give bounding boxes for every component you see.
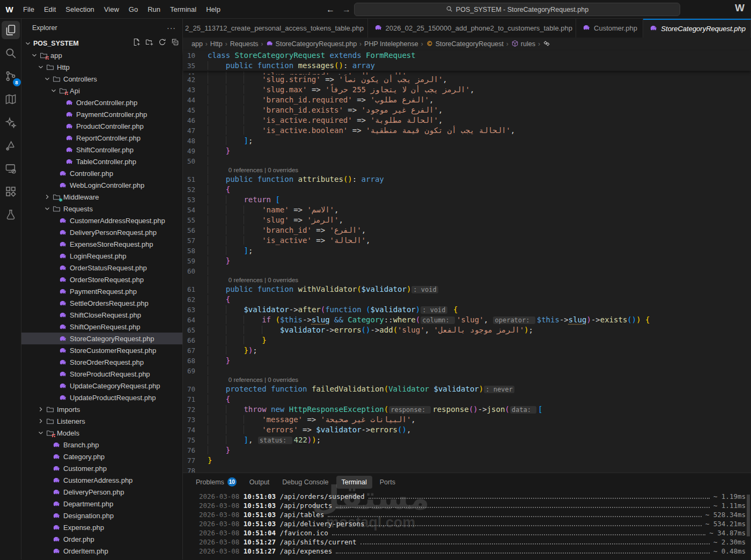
breadcrumb-item-http[interactable]: Http (210, 40, 223, 48)
search-icon[interactable] (2, 44, 20, 62)
tree-file-category-php[interactable]: Category.php (21, 451, 182, 462)
breadcrumb-item-symbol[interactable] (543, 40, 550, 49)
tree-file-department-php[interactable]: Department.php (21, 498, 182, 510)
tree-file-settleordersrequest-php[interactable]: SettleOrdersRequest.php (21, 297, 182, 309)
tree-file-order-php[interactable]: Order.php (21, 533, 182, 545)
php-file-icon (583, 24, 591, 33)
forward-arrow-icon[interactable]: → (342, 5, 351, 14)
panel-tab-problems[interactable]: Problems10 (190, 475, 242, 489)
tree-item-label: OrderStatusRequest.php (70, 264, 147, 272)
panel-tab-terminal[interactable]: Terminal (336, 476, 372, 489)
explorer-more-actions-icon[interactable]: ··· (167, 24, 176, 32)
breadcrumb-item-php-intelephense[interactable]: PHP Intelephense (364, 40, 418, 48)
tree-file-branch-php[interactable]: Branch.php (21, 439, 182, 451)
menu-edit[interactable]: Edit (39, 0, 61, 19)
tree-file-updatecategoryrequest-php[interactable]: UpdateCategoryRequest.php (21, 380, 182, 392)
tree-file-controller-php[interactable]: Controller.php (21, 167, 182, 179)
panel-tab-debug-console[interactable]: Debug Console (277, 476, 334, 489)
tab-2026_02_25_150000_add_phone2_to_customers_table-php[interactable]: 2026_02_25_150000_add_phone2_to_customer… (368, 19, 576, 38)
extensions-icon[interactable] (2, 182, 20, 201)
panel-tab-label: Debug Console (282, 478, 328, 486)
tree-file-customeraddressrequest-php[interactable]: CustomerAddressRequest.php (21, 215, 182, 226)
panel-tab-output[interactable]: Output (244, 476, 275, 489)
tree-folder-app[interactable]: app (21, 49, 182, 61)
tab-customer-php[interactable]: Customer.php (576, 19, 643, 38)
back-arrow-icon[interactable]: ← (326, 5, 335, 14)
token-b1: ( (275, 315, 279, 324)
tree-file-deliveryperson-php[interactable]: DeliveryPerson.php (21, 486, 182, 498)
breadcrumb[interactable]: app›Http›Requests›StoreCategoryRequest.p… (183, 38, 751, 50)
tree-file-paymentcontroller-php[interactable]: PaymentController.php (21, 108, 182, 120)
php-file-icon (64, 158, 75, 166)
remote-explorer-icon[interactable] (2, 159, 20, 178)
refresh-icon[interactable] (158, 38, 166, 48)
tree-file-updateproductrequest-php[interactable]: UpdateProductRequest.php (21, 392, 182, 403)
tree-file-orderstatusrequest-php[interactable]: OrderStatusRequest.php (21, 262, 182, 274)
tree-folder-requests[interactable]: Requests (21, 203, 182, 215)
tree-file-loginrequest-php[interactable]: LoginRequest.php (21, 250, 182, 262)
tree-file-productcontroller-php[interactable]: ProductController.php (21, 120, 182, 132)
tree-file-storecustomerrequest-php[interactable]: StoreCustomerRequest.php (21, 344, 182, 356)
tree-file-orderitem-php[interactable]: OrderItem.php (21, 545, 182, 557)
tree-file-shiftcloserequest-php[interactable]: ShiftCloseRequest.php (21, 309, 182, 321)
tree-file-customer-php[interactable]: Customer.php (21, 462, 182, 474)
menu-file[interactable]: File (18, 0, 39, 19)
breadcrumb-item-storecategoryrequest-php[interactable]: StoreCategoryRequest.php (266, 40, 357, 49)
code-editor[interactable]: 42 'slug.string' => 'الرمز يجب أن يكون ن… (183, 75, 751, 473)
tree-file-deliverypersonrequest-php[interactable]: DeliveryPersonRequest.php (21, 226, 182, 238)
tab-2_25_113712_create_personal_access_tokens_table-php[interactable]: 2_25_113712_create_personal_access_token… (183, 19, 368, 38)
ai-sparkle-icon[interactable] (2, 113, 20, 131)
terminal-output[interactable]: 2026-03-08 10:51:03 /api/orders/suspende… (183, 491, 751, 556)
breadcrumb-item-rules[interactable]: rules (511, 40, 535, 49)
new-folder-icon[interactable] (145, 38, 153, 48)
tree-file-storeproductrequest-php[interactable]: StoreProductRequest.php (21, 368, 182, 380)
breadcrumb-item-storecategoryrequest[interactable]: StoreCategoryRequest (426, 40, 504, 49)
code-line: 48 ]; (183, 136, 751, 146)
tree-file-tablecontroller-php[interactable]: TableController.php (21, 156, 182, 167)
tree-file-storeorderrequest-php[interactable]: StoreOrderRequest.php (21, 356, 182, 368)
tree-file-storecategoryrequest-php[interactable]: StoreCategoryRequest.php (21, 333, 182, 344)
command-center-search[interactable]: POS_SYSTEM - StoreCategoryRequest.php (354, 3, 680, 16)
tab-label: 2_25_113712_create_personal_access_token… (185, 24, 364, 32)
menu-terminal[interactable]: Terminal (165, 0, 201, 19)
tree-folder-http[interactable]: Http (21, 61, 182, 73)
menu-view[interactable]: View (99, 0, 124, 19)
tree-folder-controllers[interactable]: Controllers (21, 73, 182, 85)
tree-folder-imports[interactable]: Imports (21, 403, 182, 415)
menu-help[interactable]: Help (201, 0, 225, 19)
indent-guide (208, 205, 226, 214)
tree-file-ordercontroller-php[interactable]: OrderController.php (21, 97, 182, 108)
collapse-all-icon[interactable] (171, 38, 179, 48)
panel-tab-ports[interactable]: Ports (374, 476, 401, 489)
tree-file-expensestorerequest-php[interactable]: ExpenseStoreRequest.php (21, 238, 182, 250)
menu-selection[interactable]: Selection (61, 0, 99, 19)
tree-folder-models[interactable]: Models (21, 427, 182, 439)
explorer-icon[interactable] (2, 21, 20, 39)
workspace-root-row[interactable]: POS_SYSTEM (21, 37, 182, 49)
breadcrumb-item-app[interactable]: app (192, 40, 203, 48)
tree-file-payment-php[interactable]: Payment.php (21, 557, 182, 559)
tree-file-shiftcontroller-php[interactable]: ShiftController.php (21, 144, 182, 156)
tab-storecategoryrequest-php[interactable]: StoreCategoryRequest.php (643, 19, 751, 38)
new-file-icon[interactable] (132, 38, 141, 48)
tree-folder-api[interactable]: Api (21, 85, 182, 97)
tree-file-designation-php[interactable]: Designation.php (21, 510, 182, 521)
source-control-icon[interactable]: 8 (2, 67, 20, 85)
tree-folder-middleware[interactable]: ✱Middleware (21, 191, 182, 203)
terminal-scrollbar[interactable] (747, 495, 750, 536)
tree-file-expense-php[interactable]: Expense.php (21, 521, 182, 533)
tree-file-weblogincontroller-php[interactable]: WebLoginController.php (21, 179, 182, 191)
tree-file-reportcontroller-php[interactable]: ReportController.php (21, 132, 182, 144)
breadcrumb-item-requests[interactable]: Requests (230, 40, 259, 48)
tree-file-orderstorerequest-php[interactable]: OrderStoreRequest.php (21, 274, 182, 285)
tree-file-shiftopenrequest-php[interactable]: ShiftOpenRequest.php (21, 321, 182, 333)
tree-file-customeraddress-php[interactable]: CustomerAddress.php (21, 474, 182, 486)
map-icon[interactable] (2, 90, 20, 108)
menu-run[interactable]: Run (143, 0, 165, 19)
menu-go[interactable]: Go (124, 0, 143, 19)
testing-beaker-icon[interactable] (2, 205, 20, 224)
debug-lab-icon[interactable] (2, 136, 20, 154)
tree-file-paymentrequest-php[interactable]: PaymentRequest.php (21, 285, 182, 297)
tree-folder-listeners[interactable]: Listeners (21, 415, 182, 427)
php-file-icon (58, 335, 68, 343)
